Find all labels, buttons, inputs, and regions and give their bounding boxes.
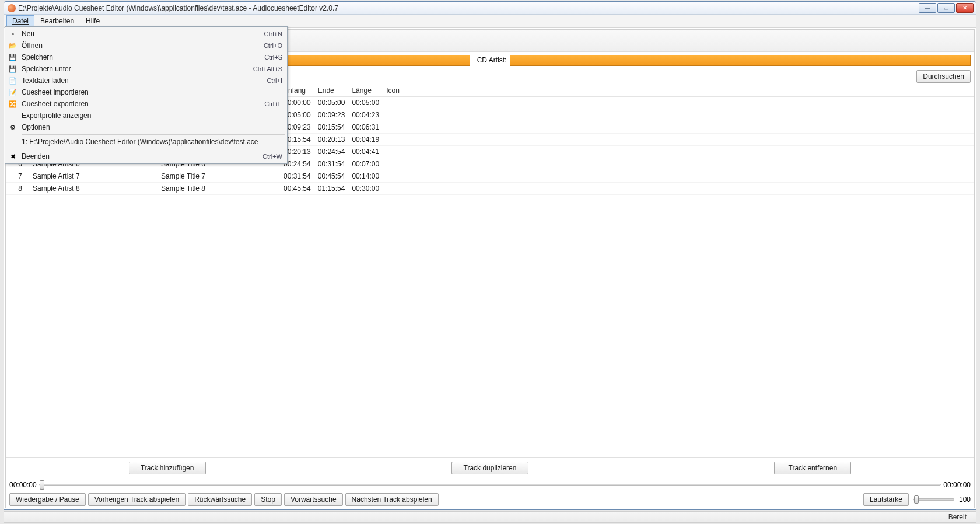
player-pos-left: 00:00:00 bbox=[9, 481, 37, 489]
cell-start: 00:31:54 bbox=[280, 170, 314, 183]
cell-end: 00:15:54 bbox=[314, 121, 349, 134]
cell-icon bbox=[383, 134, 418, 146]
forward-button[interactable]: Vorwärtssuche bbox=[284, 493, 343, 506]
cell-num: 8 bbox=[6, 183, 29, 195]
cell-len: 00:30:00 bbox=[348, 183, 383, 195]
app-icon bbox=[8, 4, 16, 12]
menu-cuesheet-importieren[interactable]: 📝 Cuesheet importieren bbox=[6, 86, 286, 98]
export-icon: 🔀 bbox=[8, 99, 18, 109]
table-row[interactable]: 7Sample Artist 7Sample Title 700:31:5400… bbox=[6, 170, 974, 183]
rewind-button[interactable]: Rückwärtssuche bbox=[188, 493, 252, 506]
save-as-icon: 💾 bbox=[8, 64, 18, 74]
add-track-button[interactable]: Track hinzufügen bbox=[129, 462, 206, 474]
cell-artist: Sample Artist 8 bbox=[29, 183, 158, 195]
menu-bearbeiten[interactable]: Bearbeiten bbox=[34, 15, 80, 27]
cell-num: 7 bbox=[6, 170, 29, 183]
open-folder-icon: 📂 bbox=[8, 41, 18, 50]
volume-slider[interactable] bbox=[914, 498, 954, 501]
menu-datei[interactable]: Datei bbox=[6, 15, 34, 27]
volume-button[interactable]: Lautstärke bbox=[863, 493, 909, 506]
col-ende[interactable]: Ende bbox=[314, 85, 349, 97]
menu-textdatei-laden[interactable]: 📄 Textdatei laden Ctrl+I bbox=[6, 75, 286, 86]
text-file-icon: 📄 bbox=[8, 76, 18, 85]
volume-value: 100 bbox=[959, 495, 971, 504]
menu-separator bbox=[22, 149, 285, 149]
menu-hilfe[interactable]: Hilfe bbox=[80, 15, 106, 27]
minimize-button[interactable]: — bbox=[919, 3, 936, 13]
menu-speichern-unter[interactable]: 💾 Speichern unter Ctrl+Alt+S bbox=[6, 63, 286, 75]
cell-icon bbox=[383, 158, 418, 170]
datei-dropdown: ▫ Neu Ctrl+N 📂 Öffnen Ctrl+O 💾 Speichern… bbox=[5, 26, 288, 164]
prev-track-button[interactable]: Vorherigen Track abspielen bbox=[88, 493, 186, 506]
cell-icon bbox=[383, 183, 418, 195]
close-button[interactable]: ✕ bbox=[956, 3, 974, 13]
status-text: Bereit bbox=[949, 513, 967, 521]
cell-end: 00:20:13 bbox=[314, 134, 349, 146]
cell-title: Sample Title 8 bbox=[158, 183, 280, 195]
cell-end: 00:24:54 bbox=[314, 146, 349, 158]
menu-oeffnen[interactable]: 📂 Öffnen Ctrl+O bbox=[6, 40, 286, 51]
statusbar: Bereit bbox=[4, 511, 977, 523]
cell-icon bbox=[383, 97, 418, 109]
save-icon: 💾 bbox=[8, 53, 18, 62]
cell-end: 00:09:23 bbox=[314, 109, 349, 121]
table-row[interactable]: 8Sample Artist 8Sample Title 800:45:5401… bbox=[6, 183, 974, 195]
cell-icon bbox=[383, 109, 418, 121]
options-icon: ⚙ bbox=[8, 123, 18, 132]
menu-beenden[interactable]: ✖ Beenden Ctrl+W bbox=[6, 151, 286, 162]
cell-len: 00:04:41 bbox=[348, 146, 383, 158]
menu-exportprofile[interactable]: Exportprofile anzeigen bbox=[6, 110, 286, 121]
col-icon[interactable]: Icon bbox=[383, 85, 418, 97]
cell-len: 00:06:31 bbox=[348, 121, 383, 134]
cell-len: 00:14:00 bbox=[348, 170, 383, 183]
cell-end: 00:45:54 bbox=[314, 170, 349, 183]
menu-neu[interactable]: ▫ Neu Ctrl+N bbox=[6, 28, 286, 40]
import-icon: 📝 bbox=[8, 88, 18, 97]
blank-icon bbox=[8, 137, 18, 146]
blank-icon bbox=[8, 111, 18, 120]
track-actions-row: Track hinzufügen Track duplizieren Track… bbox=[6, 457, 974, 478]
position-slider[interactable] bbox=[39, 484, 942, 486]
cell-end: 01:15:54 bbox=[314, 183, 349, 195]
cell-start: 00:45:54 bbox=[280, 183, 314, 195]
cell-icon bbox=[383, 170, 418, 183]
position-thumb[interactable] bbox=[40, 480, 44, 490]
cell-title: Sample Title 7 bbox=[158, 170, 280, 183]
cell-end: 00:05:00 bbox=[314, 97, 349, 109]
play-pause-button[interactable]: Wiedergabe / Pause bbox=[9, 493, 86, 506]
remove-track-button[interactable]: Track entfernen bbox=[774, 462, 851, 474]
browse-button[interactable]: Durchsuchen bbox=[916, 70, 971, 83]
cell-len: 00:04:19 bbox=[348, 134, 383, 146]
maximize-button[interactable]: ▭ bbox=[937, 3, 955, 13]
player-row: 00:00:00 00:00:00 bbox=[6, 478, 974, 491]
transport-row: Wiedergabe / Pause Vorherigen Track absp… bbox=[6, 491, 974, 508]
titlebar: E:\Projekte\Audio Cuesheet Editor (Windo… bbox=[4, 2, 976, 15]
new-file-icon: ▫ bbox=[8, 29, 18, 39]
menu-speichern[interactable]: 💾 Speichern Ctrl+S bbox=[6, 51, 286, 63]
cell-len: 00:04:23 bbox=[348, 109, 383, 121]
menu-cuesheet-exportieren[interactable]: 🔀 Cuesheet exportieren Ctrl+E bbox=[6, 98, 286, 110]
player-pos-right: 00:00:00 bbox=[943, 481, 971, 489]
menu-separator bbox=[22, 134, 285, 135]
menu-recent-1[interactable]: 1: E:\Projekte\Audio Cuesheet Editor (Wi… bbox=[6, 136, 286, 148]
exit-icon: ✖ bbox=[8, 152, 18, 161]
cd-artist-label: CD Artist: bbox=[477, 56, 507, 64]
col-laenge[interactable]: Länge bbox=[348, 85, 383, 97]
stop-button[interactable]: Stop bbox=[254, 493, 282, 506]
cell-icon bbox=[383, 121, 418, 134]
window-title: E:\Projekte\Audio Cuesheet Editor (Windo… bbox=[18, 4, 338, 12]
cell-len: 00:05:00 bbox=[348, 97, 383, 109]
cell-end: 00:31:54 bbox=[314, 158, 349, 170]
volume-thumb[interactable] bbox=[914, 495, 919, 504]
cell-artist: Sample Artist 7 bbox=[29, 170, 158, 183]
cd-artist-input[interactable] bbox=[510, 55, 971, 66]
next-track-button[interactable]: Nächsten Track abspielen bbox=[345, 493, 439, 506]
duplicate-track-button[interactable]: Track duplizieren bbox=[452, 462, 528, 474]
cell-len: 00:07:00 bbox=[348, 158, 383, 170]
menu-optionen[interactable]: ⚙ Optionen bbox=[6, 121, 286, 133]
cell-icon bbox=[383, 146, 418, 158]
